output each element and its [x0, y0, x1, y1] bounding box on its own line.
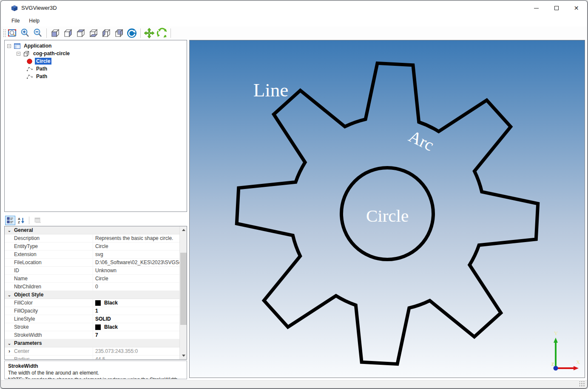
property-row-id[interactable]: IDUnknown [5, 267, 179, 275]
help-title: StrokeWidth [8, 363, 183, 369]
property-row-fillopacity[interactable]: FillOpacity1 [5, 307, 179, 315]
property-value[interactable]: 1 [93, 307, 179, 315]
property-grid-scrollbar[interactable] [179, 226, 187, 359]
scrollbar-thumb[interactable] [180, 253, 187, 325]
app-window: SVGViewer3D ✕ File Help [0, 0, 588, 389]
origin-dot-icon [554, 366, 558, 371]
window-title: SVGViewer3D [21, 5, 57, 11]
categorized-button[interactable] [5, 216, 15, 225]
property-pages-icon [34, 217, 41, 224]
pan-icon [144, 28, 155, 39]
property-value[interactable]: D:\06_Software\02_KES\2023\SVGSerial [93, 259, 179, 266]
menu-help[interactable]: Help [24, 16, 44, 25]
property-row-description[interactable]: DescriptionRepresents the basic shape ci… [5, 234, 179, 242]
alphabetical-icon: A Z [18, 217, 25, 224]
property-row-fillcolor[interactable]: FillColorBlack [5, 299, 179, 307]
pan-button[interactable] [143, 28, 155, 39]
property-pages-button[interactable] [33, 216, 43, 225]
view-top-button[interactable] [75, 28, 87, 39]
y-axis-label: Y [554, 330, 558, 336]
view-front-button[interactable] [49, 28, 61, 39]
y-axis-arrow-icon [554, 338, 558, 343]
viewport-3d[interactable]: Line Arc Circle Y X Z [189, 40, 585, 378]
property-value[interactable]: Represents the basic shape circle. [93, 234, 179, 242]
view-left-button[interactable] [100, 28, 112, 39]
tree-expander-icon[interactable]: − [7, 44, 11, 48]
maximize-button[interactable] [546, 1, 566, 15]
property-value[interactable]: Circle [93, 275, 179, 282]
minimize-button[interactable] [526, 1, 546, 15]
tree-item-application[interactable]: −Application [5, 42, 187, 50]
tree-item-cog-path-circle[interactable]: −cog-path-circle [5, 50, 187, 57]
property-row-linestyle[interactable]: LineStyleSOLID [5, 315, 179, 323]
tree-expander-icon[interactable]: − [17, 52, 20, 56]
toolbar-separator [140, 28, 141, 38]
property-row-nbrchildren[interactable]: NbrChildren0 [5, 283, 179, 291]
property-value[interactable]: 44.5 [93, 355, 179, 360]
help-description: The width of the line around an element. [8, 369, 183, 376]
label-circle: Circle [366, 206, 409, 226]
tree-item-label[interactable]: Application [23, 42, 53, 49]
view-bottom-cube-icon [88, 28, 99, 38]
property-row-entitytype[interactable]: EntityTypeCircle [5, 242, 179, 251]
view-back-button[interactable] [113, 28, 125, 39]
property-value[interactable]: Black [93, 323, 179, 331]
property-value[interactable]: SOLID [93, 315, 179, 323]
view-right-button[interactable] [62, 28, 74, 39]
zoom-in-button[interactable] [19, 28, 31, 39]
alphabetical-button[interactable]: A Z [16, 216, 26, 225]
application-icon [14, 43, 20, 49]
tree-item-path[interactable]: Path [5, 73, 187, 80]
categorized-icon [7, 217, 14, 224]
category-row-object-style[interactable]: ⌄Object Style [5, 291, 179, 299]
tree-item-path[interactable]: Path [5, 65, 187, 73]
tree-item-circle[interactable]: Circle [5, 57, 187, 65]
property-row-strokewidth[interactable]: StrokeWidth7 [5, 331, 179, 339]
property-row-radius[interactable]: Radius44.5 [5, 355, 179, 360]
property-name: ID [14, 268, 93, 273]
view-right-cube-icon [63, 28, 73, 38]
zoom-out-button[interactable] [32, 28, 44, 39]
category-row-parameters[interactable]: ⌄Parameters [5, 339, 179, 347]
category-row-general[interactable]: ⌄General [5, 226, 179, 234]
property-row-name[interactable]: NameCircle [5, 275, 179, 283]
property-row-extension[interactable]: Extensionsvg [5, 251, 179, 259]
collapse-chevron-icon: ⌄ [5, 228, 14, 233]
menu-file[interactable]: File [7, 16, 24, 25]
reset-rotation-button[interactable] [126, 28, 138, 39]
scroll-down-icon[interactable] [180, 352, 187, 359]
expand-chevron-icon: › [5, 348, 14, 354]
property-description-panel: StrokeWidth The width of the line around… [4, 361, 187, 379]
zoom-in-icon [20, 28, 30, 38]
app-logo-icon [11, 4, 18, 12]
orbit-button[interactable] [156, 28, 168, 39]
property-row-filelocation[interactable]: FileLocationD:\06_Software\02_KES\2023\S… [5, 259, 179, 267]
view-left-cube-icon [101, 28, 111, 38]
z-axis-label: Z [551, 362, 554, 366]
tree-item-label[interactable]: Path [35, 65, 48, 72]
zoom-region-button[interactable] [6, 28, 18, 39]
help-note-clipped: NOTE: To render the change the element i… [8, 376, 183, 379]
toolbar-separator [170, 28, 171, 38]
tree-item-label[interactable]: Path [35, 73, 48, 80]
property-value[interactable]: Black [93, 299, 179, 307]
property-value[interactable]: 7 [93, 331, 179, 339]
maximize-icon [554, 6, 559, 10]
property-value[interactable]: Unknown [93, 267, 179, 274]
title-bar[interactable]: SVGViewer3D ✕ [1, 1, 587, 15]
toolbar-grip[interactable] [3, 28, 6, 38]
tree-item-label[interactable]: Circle [35, 58, 51, 65]
resize-grip-icon[interactable] [579, 381, 585, 387]
property-row-center[interactable]: ›Center235.073:243.355:0 [5, 347, 179, 355]
property-value[interactable]: svg [93, 251, 179, 258]
property-value[interactable]: 235.073:243.355:0 [93, 347, 179, 355]
property-value[interactable]: Circle [93, 242, 179, 250]
close-button[interactable]: ✕ [566, 1, 586, 15]
property-value[interactable]: 0 [93, 283, 179, 290]
path-icon [26, 66, 33, 72]
tree-item-label[interactable]: cog-path-circle [32, 50, 71, 57]
property-row-stroke[interactable]: StrokeBlack [5, 323, 179, 331]
view-bottom-button[interactable] [88, 28, 99, 39]
minimize-icon [534, 8, 539, 8]
scroll-up-icon[interactable] [180, 226, 187, 234]
